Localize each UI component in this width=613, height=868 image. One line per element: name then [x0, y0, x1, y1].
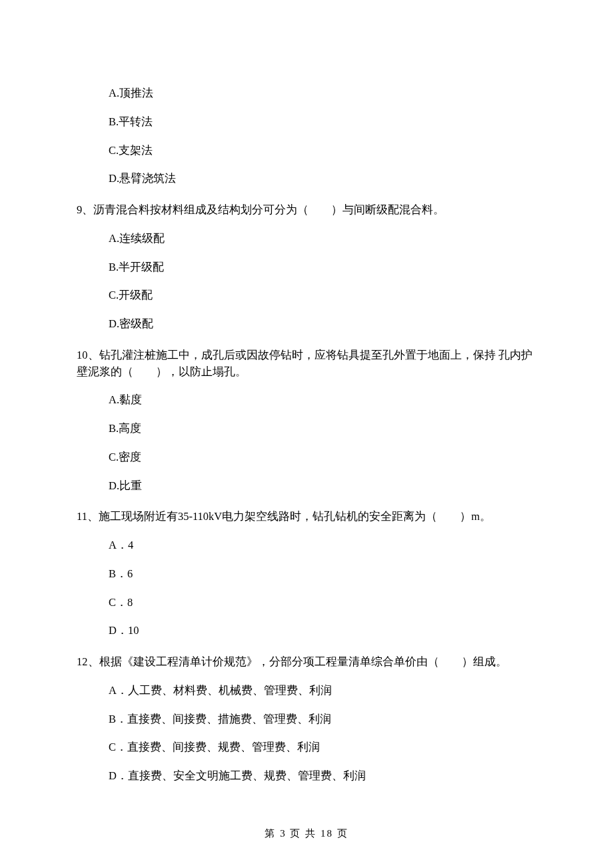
q9-option-b: B.半开级配	[109, 259, 536, 276]
q12-option-a: A．人工费、材料费、机械费、管理费、利润	[109, 683, 536, 699]
q8-option-d: D.悬臂浇筑法	[109, 171, 536, 187]
q10-stem: 10、钻孔灌注桩施工中，成孔后或因故停钻时，应将钻具提至孔外置于地面上，保持 孔…	[77, 347, 536, 381]
q8-option-c: C.支架法	[109, 143, 536, 159]
q11-option-a: A．4	[109, 537, 536, 554]
q12-option-d: D．直接费、安全文明施工费、规费、管理费、利润	[109, 768, 536, 785]
q10-option-c: C.密度	[109, 449, 536, 466]
q11-option-d: D．10	[109, 623, 536, 639]
q11-option-b: B．6	[109, 566, 536, 583]
q8-option-b: B.平转法	[109, 114, 536, 131]
q11-stem: 11、施工现场附近有35-110kV电力架空线路时，钻孔钻机的安全距离为（ ）m…	[77, 509, 536, 525]
page-footer: 第 3 页 共 18 页	[0, 827, 613, 840]
q9-option-d: D.密级配	[109, 316, 536, 333]
q10-option-a: A.黏度	[109, 392, 536, 409]
q9-option-a: A.连续级配	[109, 231, 536, 247]
q10-option-b: B.高度	[109, 421, 536, 437]
q12-option-b: B．直接费、间接费、措施费、管理费、利润	[109, 711, 536, 728]
q12-option-c: C．直接费、间接费、规费、管理费、利润	[109, 739, 536, 756]
q12-stem: 12、根据《建设工程清单计价规范》，分部分项工程量清单综合单价由（ ）组成。	[77, 654, 536, 671]
q11-option-c: C．8	[109, 595, 536, 611]
q8-option-a: A.顶推法	[109, 85, 536, 102]
q10-option-d: D.比重	[109, 478, 536, 495]
page-content: A.顶推法 B.平转法 C.支架法 D.悬臂浇筑法 9、沥青混合料按材料组成及结…	[0, 0, 613, 823]
q9-stem: 9、沥青混合料按材料组成及结构划分可分为（ ）与间断级配混合料。	[77, 202, 536, 219]
q9-option-c: C.开级配	[109, 287, 536, 304]
